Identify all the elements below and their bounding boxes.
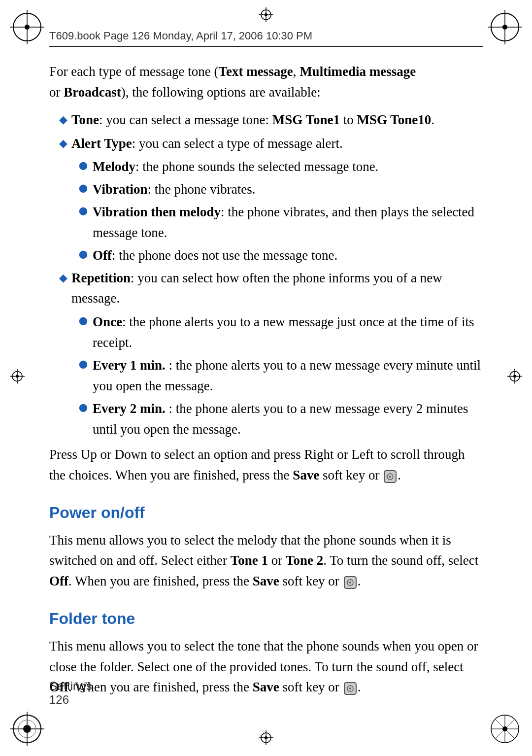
power-off: Off	[49, 574, 68, 588]
diamond-item-alert: ◆ Alert Type: you can select a type of m…	[49, 134, 483, 154]
circle-item-every2min: ⬤ Every 2 min. : the phone alerts you to…	[49, 399, 483, 440]
circle-text-vibration-melody: Vibration then melody: the phone vibrate…	[93, 202, 483, 243]
power-tone1: Tone 1	[231, 553, 268, 568]
page-header: T609.book Page 126 Monday, April 17, 200…	[49, 30, 483, 47]
circle-text-melody: Melody: the phone sounds the selected me…	[93, 157, 483, 177]
intro-text4: ), the following options are available:	[121, 85, 321, 100]
save-key-icon-3	[344, 682, 357, 695]
press-line: Press Up or Down to select an option and…	[49, 445, 483, 486]
circle-bullet-every1min: ⬤	[79, 358, 88, 371]
press-period: .	[398, 468, 401, 482]
save-key-icon-1	[384, 470, 397, 483]
power-tone2: Tone 2	[286, 553, 323, 568]
circle-bullet-melody: ⬤	[79, 160, 88, 172]
power-text4: . When you are finished, press the	[68, 574, 253, 588]
intro-paragraph: For each type of message tone (Text mess…	[49, 62, 483, 103]
circle-bullet-vibration: ⬤	[79, 182, 88, 195]
intro-bold2: Multimedia message	[299, 64, 416, 79]
folder-save: Save	[253, 680, 279, 694]
circle-text-vibration: Vibration: the phone vibrates.	[93, 179, 483, 200]
circle-item-off: ⬤ Off: the phone does not use the messag…	[49, 245, 483, 266]
folder-heading: Folder tone	[49, 607, 483, 631]
power-text3: . To turn the sound off, select	[323, 553, 478, 568]
circle-item-once: ⬤ Once: the phone alerts you to a new me…	[49, 312, 483, 353]
circle-text-once: Once: the phone alerts you to a new mess…	[93, 312, 483, 353]
folder-period: .	[358, 680, 361, 694]
power-heading: Power on/off	[49, 501, 483, 525]
page: T609.book Page 126 Monday, April 17, 200…	[0, 0, 532, 756]
footer-page: 126	[49, 693, 92, 707]
power-para: This menu allows you to select the melod…	[49, 530, 483, 592]
intro-text3: or	[49, 85, 64, 100]
corner-mark-br	[488, 712, 522, 746]
power-text5: soft key or	[279, 574, 343, 588]
intro-text2: ,	[293, 64, 300, 79]
circle-item-vibration: ⬤ Vibration: the phone vibrates.	[49, 179, 483, 200]
circle-item-vibration-melody: ⬤ Vibration then melody: the phone vibra…	[49, 202, 483, 243]
footer-label: Settings	[49, 679, 92, 693]
circle-bullet-every2min: ⬤	[79, 402, 88, 414]
corner-mark-tr	[488, 10, 522, 44]
press-text: Press Up or Down to select an option and…	[49, 447, 465, 482]
svg-point-40	[349, 582, 351, 584]
circle-bullet-vibration-melody: ⬤	[79, 205, 88, 217]
circle-text-every1min: Every 1 min. : the phone alerts you to a…	[93, 355, 483, 397]
header-text: T609.book Page 126 Monday, April 17, 200…	[49, 30, 312, 42]
circle-text-every2min: Every 2 min. : the phone alerts you to a…	[93, 399, 483, 440]
folder-text1: This menu allows you to select the tone …	[49, 639, 478, 674]
side-mark-right	[507, 367, 522, 390]
folder-heading-text: Folder tone	[49, 610, 135, 627]
diamond-item-repetition: ◆ Repetition: you can select how often t…	[49, 268, 483, 309]
svg-point-43	[349, 687, 351, 689]
power-period: .	[358, 574, 361, 588]
power-text2: or	[268, 553, 286, 568]
circle-item-every1min: ⬤ Every 1 min. : the phone alerts you to…	[49, 355, 483, 397]
power-save: Save	[253, 574, 279, 588]
diamond-bullet-repetition: ◆	[59, 270, 67, 286]
circle-bullet-once: ⬤	[79, 315, 88, 327]
page-footer: Settings 126	[49, 679, 92, 707]
circle-bullet-off: ⬤	[79, 248, 88, 261]
circle-text-off: Off: the phone does not use the message …	[93, 245, 483, 266]
corner-mark-tl	[10, 10, 44, 44]
diamond-bullet-tone: ◆	[59, 111, 67, 128]
diamond-text-repetition: Repetition: you can select how often the…	[71, 268, 483, 309]
main-content: For each type of message tone (Text mess…	[49, 62, 483, 698]
diamond-text-alert: Alert Type: you can select a type of mes…	[71, 134, 483, 154]
diamond-text-tone: Tone: you can select a message tone: MSG…	[71, 110, 483, 131]
intro-bold1: Text message	[218, 64, 293, 79]
circle-item-melody: ⬤ Melody: the phone sounds the selected …	[49, 157, 483, 177]
intro-bold3: Broadcast	[64, 85, 121, 100]
svg-point-37	[389, 476, 391, 478]
power-heading-text: Power on/off	[49, 504, 145, 521]
intro-text1: For each type of message tone (	[49, 64, 218, 79]
corner-mark-bl	[10, 712, 44, 746]
bottom-reg-mark	[256, 730, 276, 749]
diamond-item-tone: ◆ Tone: you can select a message tone: M…	[49, 110, 483, 131]
side-mark-left	[10, 367, 25, 390]
top-reg-mark	[256, 7, 276, 26]
diamond-bullet-alert: ◆	[59, 135, 67, 152]
folder-text3: soft key or	[279, 680, 343, 694]
folder-para: This menu allows you to select the tone …	[49, 636, 483, 698]
folder-text2: . When you are finished, press the	[68, 680, 253, 694]
save-key-icon-2	[344, 576, 357, 589]
